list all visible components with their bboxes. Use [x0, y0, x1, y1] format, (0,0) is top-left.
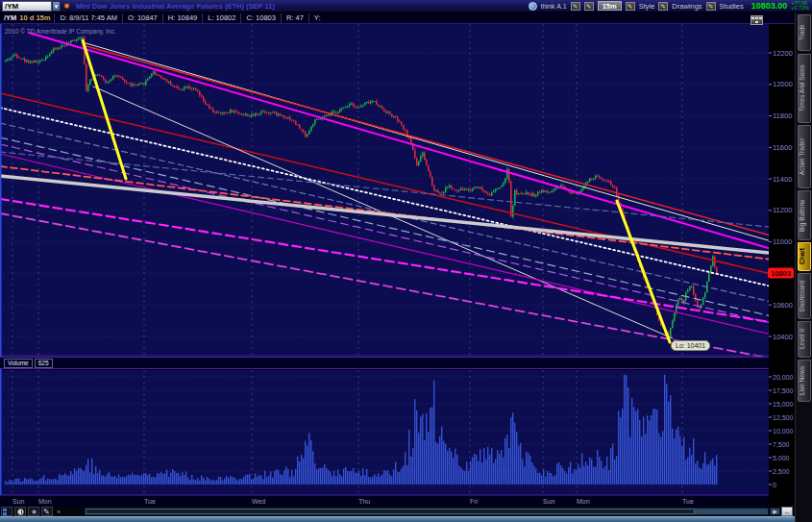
svg-text:11800: 11800: [773, 112, 792, 120]
ohlc-cell: L: 10802: [202, 13, 240, 23]
symbol-input[interactable]: [2, 1, 52, 12]
pencil-icon[interactable]: ✎: [571, 2, 580, 11]
chart-scrollbar-track[interactable]: [85, 508, 769, 515]
copyright-text: 2010 © TD Ameritrade IP Company, Inc.: [5, 28, 116, 35]
restore-icon[interactable]: [750, 15, 763, 25]
clock-icon[interactable]: [14, 507, 26, 516]
globe-icon[interactable]: [529, 2, 537, 11]
bottom-icons: ✎ +: [1, 507, 61, 516]
tab-trade[interactable]: Trade: [798, 14, 811, 51]
pencil-icon[interactable]: ✎: [41, 507, 53, 516]
svg-text:5,000: 5,000: [773, 455, 790, 461]
svg-text:10803: 10803: [771, 269, 791, 278]
right-tab-strip: TradeTimes And SalesActive TraderBig But…: [795, 12, 812, 522]
svg-text:Mon: Mon: [577, 498, 590, 505]
change-percent: +0.72%: [791, 6, 809, 12]
pencil-icon[interactable]: ✎: [706, 2, 716, 11]
thinkorswim-chart-window: ▼ ✹ Mini Dow Jones Industrial Average Fu…: [0, 0, 812, 522]
ohlc-cell: Y:: [308, 13, 326, 23]
tab-level-ii[interactable]: Level II: [798, 321, 811, 358]
ohlc-cell: C: 10803: [240, 13, 280, 23]
last-price: 10803.00: [751, 1, 788, 11]
tab-dashboard[interactable]: Dashboard: [798, 273, 811, 319]
camera-icon[interactable]: [28, 507, 39, 516]
svg-text:Sun: Sun: [12, 498, 25, 505]
tab-live-news[interactable]: Live News: [798, 360, 811, 402]
svg-text:Fri: Fri: [470, 498, 479, 505]
ohlc-data-bar: /YM10 d 15m D: 8/9/11 7:45 AMO: 10847H: …: [0, 12, 796, 24]
chart-region: 1220012000118001160011400112001100010800…: [0, 24, 795, 507]
svg-text:20,000: 20,000: [773, 374, 794, 381]
svg-text:17,500: 17,500: [773, 387, 794, 394]
low-annotation-bubble: Lo: 10401: [671, 340, 710, 351]
svg-text:0: 0: [773, 482, 776, 488]
svg-text:15,000: 15,000: [773, 401, 794, 408]
ohlc-cell: D: 8/9/11 7:45 AM: [54, 13, 121, 23]
bottom-toolbar: ✎ + ▶ ↔: [0, 507, 795, 516]
price-change: +77.00 +0.72%: [791, 1, 809, 12]
add-icon[interactable]: +: [57, 509, 61, 515]
timeframe-button[interactable]: 15m: [598, 1, 622, 11]
svg-text:12000: 12000: [773, 80, 793, 88]
tab-big-buttons[interactable]: Big Buttons: [798, 190, 811, 240]
think-account-label: think A.1: [541, 3, 567, 10]
volume-study-label[interactable]: Volume: [4, 359, 33, 368]
grid-icon[interactable]: [1, 507, 12, 516]
svg-text:Sun: Sun: [543, 498, 555, 505]
ohlc-cell: H: 10849: [162, 13, 202, 23]
volume-study-value: 625: [35, 359, 53, 368]
pencil-icon[interactable]: ✎: [626, 2, 635, 11]
svg-text:2,500: 2,500: [773, 468, 790, 475]
chart-scrollbar-thumb[interactable]: [86, 509, 695, 514]
svg-text:11000: 11000: [773, 237, 792, 246]
svg-text:Thu: Thu: [358, 498, 370, 505]
tab-chart[interactable]: Chart: [798, 242, 811, 271]
svg-text:12200: 12200: [773, 49, 793, 58]
ohlc-cell: R: 47: [281, 13, 308, 23]
svg-text:11200: 11200: [773, 206, 792, 214]
pencil-icon[interactable]: ✎: [658, 2, 668, 11]
ohlc-cell: O: 10847: [122, 13, 162, 23]
svg-text:10,000: 10,000: [773, 428, 794, 435]
title-bar: ▼ ✹ Mini Dow Jones Industrial Average Fu…: [0, 0, 812, 12]
style-button[interactable]: Style: [639, 2, 655, 11]
scroll-right-icon[interactable]: ▶: [770, 508, 780, 515]
tab-times-and-sales[interactable]: Times And Sales: [798, 54, 811, 123]
svg-text:11400: 11400: [773, 175, 792, 184]
instrument-title: Mini Dow Jones Industrial Average Future…: [76, 2, 275, 11]
main-chart[interactable]: 1220012000118001160011400112001100010800…: [0, 24, 795, 507]
svg-text:7,500: 7,500: [773, 441, 790, 448]
expand-range-icon[interactable]: ↔: [781, 507, 793, 516]
drawings-button[interactable]: Drawings: [672, 2, 701, 11]
pencil-icon[interactable]: ✎: [584, 2, 594, 11]
svg-text:Tue: Tue: [144, 498, 156, 505]
svg-text:10400: 10400: [773, 333, 793, 341]
ohlc-cells: D: 8/9/11 7:45 AMO: 10847H: 10849L: 1080…: [54, 13, 325, 23]
tab-active-trader[interactable]: Active Trader: [798, 125, 811, 188]
symbol-dropdown-icon[interactable]: ▼: [52, 1, 61, 12]
bottom-status-strip: [0, 516, 795, 522]
starburst-icon[interactable]: ✹: [63, 2, 70, 11]
svg-text:Tue: Tue: [682, 498, 694, 505]
svg-text:11600: 11600: [773, 143, 792, 152]
symbol-box: ▼: [2, 1, 61, 12]
svg-text:Mon: Mon: [38, 498, 52, 505]
svg-text:10600: 10600: [773, 301, 793, 310]
symbol-timeframe-badge: /YM10 d 15m: [0, 13, 54, 22]
svg-text:Wed: Wed: [252, 498, 265, 505]
svg-text:12,500: 12,500: [773, 414, 794, 421]
volume-study-header: Volume 625: [0, 357, 769, 369]
studies-button[interactable]: Studies: [720, 2, 744, 11]
titlebar-controls: think A.1 ✎ ✎ 15m ✎ Style ✎ Drawings ✎ S…: [529, 1, 810, 12]
